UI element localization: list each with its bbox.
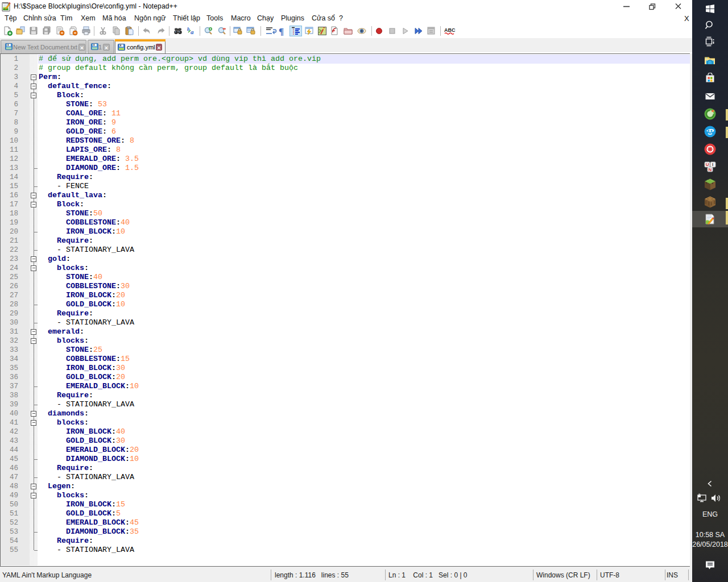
svg-text:ABC: ABC: [444, 27, 456, 33]
svg-text:N: N: [709, 167, 712, 172]
svg-text:U: U: [706, 162, 709, 167]
svg-text:I: I: [712, 162, 713, 167]
svg-text:¶: ¶: [279, 26, 284, 36]
svg-text:a: a: [191, 28, 194, 35]
